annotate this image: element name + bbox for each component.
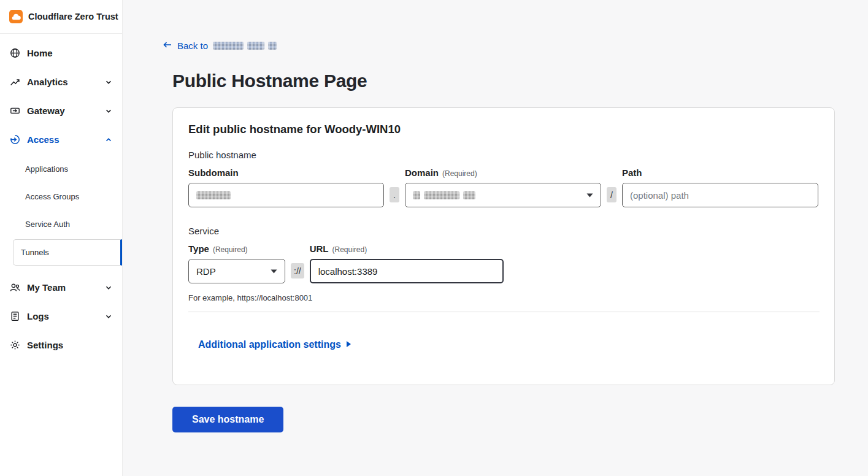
type-label: Type (Required) [188, 244, 285, 254]
analytics-icon [10, 77, 20, 87]
public-hostname-section-label: Public hostname [188, 150, 820, 160]
sidebar-item-label: Access Groups [25, 192, 79, 201]
globe-icon [10, 48, 20, 58]
sidebar-item-settings[interactable]: Settings [0, 331, 122, 359]
type-select-value: RDP [196, 266, 216, 277]
sidebar-item-service-auth[interactable]: Service Auth [0, 210, 122, 238]
sidebar-item-access-groups[interactable]: Access Groups [0, 183, 122, 210]
sidebar-item-label: Home [27, 48, 53, 58]
slash-separator: / [607, 187, 616, 202]
type-field: Type (Required) RDP [188, 244, 285, 283]
edit-hostname-card: Edit public hostname for Woody-WIN10 Pub… [172, 107, 835, 385]
sidebar-item-label: My Team [27, 282, 66, 293]
sidebar-nav: Home Analytics Gateway [0, 34, 122, 359]
sidebar-item-home[interactable]: Home [0, 39, 122, 67]
chevron-down-icon [271, 269, 277, 274]
access-subnav: Applications Access Groups Service Auth … [0, 154, 122, 273]
sidebar-item-label: Settings [27, 340, 63, 350]
sidebar-item-applications[interactable]: Applications [0, 155, 122, 183]
app-root: Cloudflare Zero Trust Home Analytics [0, 0, 868, 476]
sidebar-item-gateway[interactable]: Gateway [0, 96, 122, 125]
service-section-label: Service [188, 226, 820, 236]
main-content: Back to Public Hostname Page Edit public… [123, 0, 868, 476]
back-arrow-icon [163, 40, 172, 52]
path-input[interactable] [622, 183, 818, 207]
domain-field: Domain (Required) [405, 167, 601, 207]
subdomain-label: Subdomain [188, 167, 384, 178]
type-select[interactable]: RDP [188, 259, 285, 283]
service-row: Type (Required) RDP :// URL (Required) [188, 244, 820, 283]
sidebar-item-label: Analytics [27, 77, 68, 87]
access-icon [10, 134, 20, 145]
sidebar-item-label: Tunnels [21, 248, 49, 257]
cloudflare-logo-icon [9, 10, 23, 23]
required-tag: (Required) [213, 245, 248, 254]
save-hostname-button[interactable]: Save hostname [172, 407, 283, 432]
scheme-separator: :// [291, 263, 304, 278]
sidebar: Cloudflare Zero Trust Home Analytics [0, 0, 123, 476]
redacted-destination [213, 42, 277, 50]
my-team-icon [10, 282, 20, 293]
additional-settings-link[interactable]: Additional application settings [198, 339, 351, 350]
brand-name: Cloudflare Zero Trust [28, 12, 118, 21]
brand: Cloudflare Zero Trust [0, 0, 122, 34]
subdomain-input[interactable] [188, 183, 384, 207]
sidebar-item-my-team[interactable]: My Team [0, 273, 122, 302]
sidebar-item-tunnels[interactable]: Tunnels [13, 239, 122, 266]
sidebar-item-label: Service Auth [25, 220, 70, 229]
divider [188, 312, 820, 312]
card-title: Edit public hostname for Woody-WIN10 [188, 123, 820, 136]
sidebar-item-analytics[interactable]: Analytics [0, 67, 122, 96]
url-label: URL (Required) [310, 244, 504, 254]
path-label: Path [622, 167, 818, 178]
chevron-down-icon [105, 79, 112, 86]
additional-settings-label: Additional application settings [198, 339, 341, 350]
example-helper-text: For example, https://localhost:8001 [188, 293, 820, 302]
dot-separator: . [390, 187, 399, 202]
redacted-domain-value [413, 191, 475, 199]
chevron-down-icon [105, 284, 112, 291]
chevron-down-icon [586, 193, 593, 198]
sidebar-item-access[interactable]: Access [0, 125, 122, 154]
sidebar-item-label: Access [27, 134, 60, 145]
gateway-icon [10, 106, 20, 116]
back-link[interactable]: Back to [163, 40, 277, 52]
triangle-right-icon [346, 339, 351, 350]
logs-icon [10, 311, 20, 321]
hostname-row: Subdomain . Domain (Required) [188, 167, 820, 207]
sidebar-item-label: Gateway [27, 106, 65, 116]
chevron-up-icon [105, 136, 112, 144]
subdomain-field: Subdomain [188, 167, 384, 207]
domain-select[interactable] [405, 183, 601, 207]
path-field: Path [622, 167, 818, 207]
gear-icon [10, 340, 20, 350]
url-field: URL (Required) [310, 244, 504, 283]
sidebar-item-label: Applications [25, 164, 68, 174]
required-tag: (Required) [332, 245, 367, 254]
url-input[interactable] [310, 259, 504, 283]
domain-label: Domain (Required) [405, 167, 601, 178]
sidebar-item-label: Logs [27, 311, 49, 321]
chevron-down-icon [105, 107, 112, 115]
redacted-subdomain-value [196, 191, 231, 199]
sidebar-item-logs[interactable]: Logs [0, 302, 122, 331]
required-tag: (Required) [442, 169, 477, 178]
page-title: Public Hostname Page [172, 71, 868, 91]
chevron-down-icon [105, 313, 112, 320]
back-link-label: Back to [177, 40, 208, 51]
